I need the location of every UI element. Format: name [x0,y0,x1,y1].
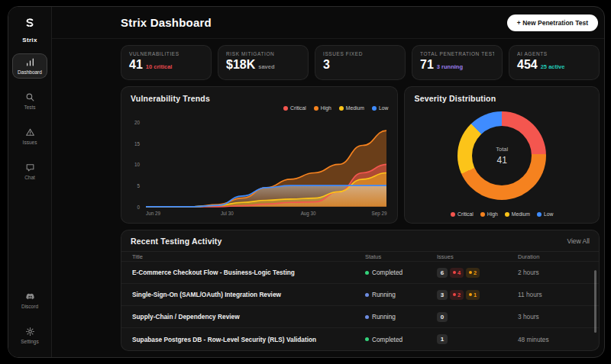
legend-dot [283,106,288,111]
x-tick-label: Aug 30 [301,211,316,216]
app-logo: Strix [22,17,37,43]
trends-title: Vulnerability Trends [131,94,388,103]
stat-value: $18K [226,59,255,71]
severity-dot [453,293,456,296]
severity-count: 4 [457,269,461,276]
legend-item-critical: Critical [283,105,306,111]
scrollbar-thumb[interactable] [594,270,596,333]
legend-label: High [487,211,498,217]
page-title: Strix Dashboard [121,16,212,29]
table-row[interactable]: Single-Sign-On (SAML/OAuth) Integration … [121,284,599,306]
stat-sub-label: 3 running [437,63,463,70]
logo-label: Strix [22,37,37,43]
sidebar-item-settings[interactable]: Settings [12,323,47,348]
severity-count: 1 [474,292,477,298]
legend-label: High [321,105,331,111]
status-badge: Completed [365,336,437,343]
legend-item-high: High [314,105,331,111]
chat-bubble-icon [25,163,35,172]
status-dot [365,271,369,275]
table-header-row: TitleStatusIssuesDuration [121,252,599,262]
row-duration: 11 hours [518,291,588,298]
legend-item-medium: Medium [505,211,530,217]
issues-cell: 1 [437,334,518,344]
column-header-status: Status [365,253,437,260]
row-title: Supply-Chain / Dependency Review [132,313,365,321]
y-tick-label: 10 [134,162,140,167]
new-penetration-test-button[interactable]: + New Penetration Test [507,14,598,31]
y-tick-label: 20 [134,120,140,125]
severity-distribution-card: Severity Distribution Total 41 CriticalH… [404,86,600,224]
stat-value: 3 [323,59,330,71]
donut-chart: Total 41 [457,111,546,200]
donut-center-label: Total [496,146,508,153]
sidebar-item-label: Chat [24,175,35,180]
severity-count-pill: 2 [466,268,480,278]
stat-label: VULNERABILITIES [129,51,203,56]
stat-label: ISSUES FIXED [323,51,397,56]
legend-dot [372,106,377,111]
severity-count: 2 [457,292,461,298]
view-all-link[interactable]: View All [567,237,590,245]
legend-item-low: Low [537,211,553,217]
stat-card-ai-agents: AI AGENTS45425 active [509,45,600,80]
x-tick-label: Jun 29 [146,211,160,216]
legend-label: Medium [512,211,530,217]
table-row[interactable]: E-Commerce Checkout Flow - Business-Logi… [121,262,599,284]
legend-dot [505,212,509,217]
y-tick-label: 5 [137,183,140,188]
status-badge: Running [365,313,437,321]
sidebar-item-issues[interactable]: Issues [12,124,47,149]
severity-count-pill: 1 [466,290,480,300]
y-tick-label: 0 [137,204,140,209]
status-dot [365,337,369,341]
table-row[interactable]: Supabase Postgres DB - Row-Level Securit… [121,328,599,350]
column-header-title: Title [132,253,365,260]
main-area: Strix Dashboard + New Penetration Test V… [52,7,604,357]
legend-item-high: High [480,211,498,217]
search-icon [25,92,35,102]
stat-value: 454 [517,59,538,71]
severity-count-pill: 4 [450,268,464,278]
sidebar-footer: DiscordSettings [8,278,51,348]
status-label: Completed [372,336,402,343]
row-duration: 48 minutes [518,336,588,343]
row-duration: 2 hours [518,269,588,276]
app-window: Strix DashboardTestsIssuesChat DiscordSe… [8,6,605,358]
activity-title: Recent Testing Activity [131,237,222,246]
severity-count-pill: 2 [450,290,464,300]
sidebar-item-tests[interactable]: Tests [12,89,47,114]
sidebar-item-label: Settings [21,339,39,344]
donut-center: Total 41 [457,111,546,200]
table-row[interactable]: Supply-Chain / Dependency ReviewRunning0… [121,306,599,328]
sidebar-item-label: Dashboard [18,69,42,75]
legend-item-low: Low [372,105,388,111]
stat-label: RISK MITIGATION [226,51,300,56]
stat-card-issues-fixed: ISSUES FIXED3 [315,45,406,80]
status-label: Running [372,291,396,298]
trends-plot: 20151050 Jun 29Jul 30Aug 30Sep 29 [131,112,388,218]
legend-item-critical: Critical [451,211,474,217]
legend-label: Critical [290,105,306,111]
severity-dot [469,293,472,296]
x-tick-label: Sep 29 [371,211,386,216]
trends-legend: CriticalHighMediumLow [131,105,388,111]
status-dot [365,293,369,297]
sidebar-item-discord[interactable]: Discord [12,288,47,313]
y-axis-ticks: 20151050 [131,114,142,208]
sidebar-item-chat[interactable]: Chat [12,159,47,184]
status-badge: Running [365,291,437,298]
column-header-issues: Issues [437,253,518,260]
legend-label: Low [544,211,553,217]
sidebar-item-dashboard[interactable]: Dashboard [12,53,47,79]
issues-cell: 642 [437,268,518,278]
sidebar-item-label: Discord [21,304,38,309]
issues-cell: 0 [437,312,518,322]
column-header-duration: Duration [518,253,588,260]
sidebar-item-label: Tests [24,105,35,110]
strix-logo-icon [23,17,37,34]
stat-sub-label: 25 active [541,63,565,70]
sidebar-item-label: Issues [23,140,37,145]
legend-dot [314,106,318,111]
stats-row: VULNERABILITIES4110 criticalRISK MITIGAT… [121,45,600,80]
